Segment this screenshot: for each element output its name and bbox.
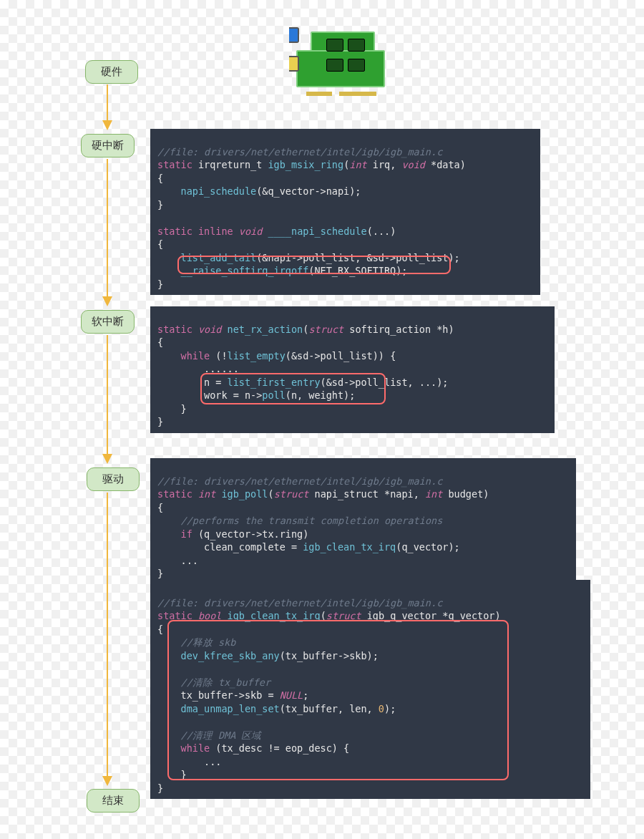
hardware-nic-icon	[292, 36, 391, 92]
flow-arrow-head-icon	[102, 454, 112, 464]
stage-end: 结束	[87, 789, 140, 813]
code-igb-clean-tx-irq: //file: drivers/net/ethernet/intel/igb/i…	[150, 580, 590, 799]
stage-hardware: 硬件	[85, 60, 138, 84]
stage-hard-irq: 硬中断	[81, 134, 135, 157]
flow-arrow	[107, 159, 108, 296]
flow-arrow-head-icon	[102, 296, 112, 306]
stage-driver: 驱动	[87, 467, 140, 491]
stage-soft-irq: 软中断	[81, 310, 135, 334]
flow-arrow	[107, 84, 108, 120]
flow-arrow-head-icon	[102, 120, 112, 130]
flow-arrow-head-icon	[102, 776, 112, 786]
flow-arrow	[107, 335, 108, 454]
code-igb-msix-ring: //file: drivers/net/ethernet/intel/igb/i…	[150, 129, 540, 295]
code-igb-poll: //file: drivers/net/ethernet/intel/igb/i…	[150, 458, 576, 585]
code-net-rx-action: static void net_rx_action(struct softirq…	[150, 306, 555, 433]
flow-arrow	[107, 493, 108, 776]
